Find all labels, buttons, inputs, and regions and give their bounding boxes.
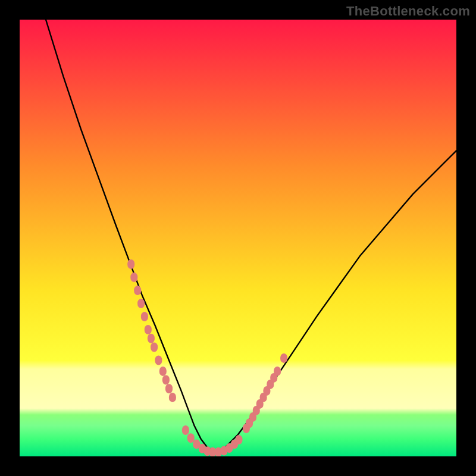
curve-marker — [127, 259, 134, 269]
curve-marker — [165, 384, 173, 393]
curve-marker — [182, 425, 189, 435]
watermark-text: TheBottleneck.com — [346, 4, 470, 19]
curve-marker — [280, 353, 287, 363]
curve-marker — [137, 299, 145, 308]
curve-marker — [169, 393, 176, 402]
curve-marker — [236, 435, 243, 444]
curve-marker — [162, 375, 170, 385]
chart-stage: TheBottleneck.com — [0, 0, 476, 476]
curve-marker — [187, 433, 195, 443]
curve-marker — [159, 367, 167, 376]
curve-marker — [155, 356, 162, 365]
curve-marker — [145, 325, 152, 334]
curve-marker — [130, 273, 137, 282]
curve-marker — [151, 343, 158, 352]
gradient-background — [20, 20, 456, 456]
curve-marker — [141, 312, 148, 321]
curve-marker — [134, 286, 141, 295]
bottleneck-plot — [0, 0, 476, 476]
curve-marker — [274, 367, 281, 376]
curve-marker — [148, 334, 155, 343]
